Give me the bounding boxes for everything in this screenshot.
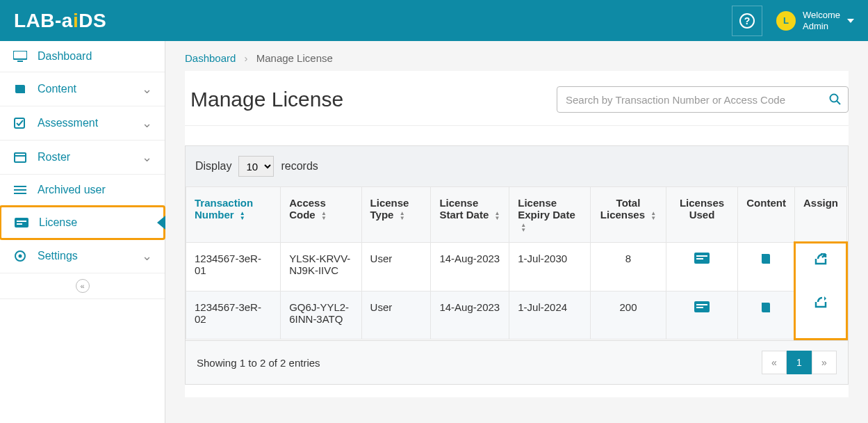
svg-rect-10 bbox=[17, 223, 22, 225]
sidebar-item-label: Assessment bbox=[38, 117, 98, 129]
cell-code: GQ6J-YYL2-6INN-3ATQ bbox=[281, 291, 361, 340]
card-icon bbox=[694, 253, 710, 264]
checkbox-icon bbox=[13, 118, 28, 129]
col-label: Access Code bbox=[289, 197, 326, 221]
breadcrumb-current: Manage License bbox=[256, 52, 333, 64]
sidebar-item-assessment[interactable]: Assessment ⌄ bbox=[0, 106, 165, 141]
welcome-label: Welcome bbox=[803, 10, 840, 21]
search-input[interactable] bbox=[557, 86, 849, 113]
user-label: Admin bbox=[803, 21, 840, 32]
pagination: « 1 » bbox=[762, 351, 837, 374]
user-menu[interactable]: L Welcome Admin bbox=[776, 10, 854, 31]
sidebar-item-label: Dashboard bbox=[38, 50, 92, 63]
sidebar-item-label: Archived user bbox=[38, 184, 106, 196]
svg-rect-9 bbox=[17, 221, 26, 222]
page-prev[interactable]: « bbox=[762, 351, 787, 374]
sort-icon: ▲▼ bbox=[650, 211, 656, 221]
col-expiry[interactable]: License Expiry Date ▲▼ bbox=[509, 187, 591, 243]
assign-button[interactable] bbox=[804, 253, 837, 291]
col-assign: Assign bbox=[794, 187, 846, 243]
col-total[interactable]: Total Licenses ▲▼ bbox=[591, 187, 666, 243]
col-label: Assign bbox=[803, 197, 838, 209]
sidebar-item-roster[interactable]: Roster ⌄ bbox=[0, 141, 165, 175]
sidebar-item-label: License bbox=[39, 216, 77, 229]
svg-line-14 bbox=[837, 101, 840, 104]
svg-rect-17 bbox=[696, 258, 703, 260]
svg-point-12 bbox=[19, 255, 22, 258]
chevron-down-icon: ⌄ bbox=[142, 81, 152, 97]
cell-code: YLSK-KRVV-NJ9K-IIVC bbox=[281, 243, 361, 292]
chevron-down-icon: ⌄ bbox=[142, 248, 152, 264]
book-icon bbox=[760, 253, 772, 265]
breadcrumb-root[interactable]: Dashboard bbox=[185, 52, 236, 64]
assign-button[interactable] bbox=[804, 291, 837, 328]
cell-txn: 1234567-3eR-02 bbox=[186, 291, 281, 340]
col-label: License Start Date bbox=[439, 197, 489, 221]
page-title: Manage License bbox=[190, 88, 343, 111]
col-label: Licenses Used bbox=[680, 197, 724, 221]
col-label: Content bbox=[746, 197, 786, 209]
book-icon bbox=[13, 83, 28, 95]
calendar-icon bbox=[13, 152, 28, 163]
license-table: Transaction Number ▲▼ Access Code ▲▼ Lic… bbox=[186, 186, 848, 340]
card-icon bbox=[14, 218, 29, 228]
chevron-down-icon: ⌄ bbox=[142, 115, 152, 131]
col-used: Licenses Used bbox=[666, 187, 738, 243]
sidebar-item-license[interactable]: License bbox=[0, 205, 165, 240]
sort-icon: ▲▼ bbox=[400, 211, 405, 221]
cell-content[interactable] bbox=[738, 243, 795, 292]
svg-rect-19 bbox=[696, 304, 707, 305]
collapse-button[interactable]: « bbox=[0, 273, 165, 299]
sidebar-item-label: Roster bbox=[38, 151, 70, 163]
header: LAB-aiDS ? L Welcome Admin bbox=[0, 0, 868, 41]
help-button[interactable]: ? bbox=[732, 6, 762, 36]
logo-dot: i bbox=[73, 10, 79, 31]
sort-icon: ▲▼ bbox=[521, 223, 526, 232]
cell-used[interactable] bbox=[666, 243, 738, 292]
cell-type: User bbox=[361, 291, 431, 340]
help-icon: ? bbox=[739, 13, 755, 29]
svg-point-13 bbox=[830, 95, 838, 102]
monitor-icon bbox=[13, 51, 28, 62]
col-start[interactable]: License Start Date ▲▼ bbox=[431, 187, 509, 243]
sidebar-item-content[interactable]: Content ⌄ bbox=[0, 72, 165, 106]
sidebar-item-archived[interactable]: Archived user bbox=[0, 175, 165, 206]
breadcrumb-sep: › bbox=[245, 52, 248, 64]
col-label: License Expiry Date bbox=[518, 197, 575, 221]
sidebar-item-label: Settings bbox=[38, 250, 78, 262]
list-icon bbox=[13, 185, 28, 195]
sort-icon: ▲▼ bbox=[240, 211, 245, 221]
display-label-post: records bbox=[281, 160, 318, 173]
chevron-left-icon: « bbox=[76, 279, 90, 293]
cell-total: 8 bbox=[591, 243, 666, 292]
sort-icon: ▲▼ bbox=[321, 211, 327, 221]
cell-txn: 1234567-3eR-01 bbox=[186, 243, 281, 292]
col-label: Total Licenses bbox=[600, 197, 645, 221]
card-icon bbox=[694, 301, 710, 312]
col-code[interactable]: Access Code ▲▼ bbox=[281, 187, 361, 243]
display-select[interactable]: 10 bbox=[238, 156, 274, 177]
col-txn[interactable]: Transaction Number ▲▼ bbox=[186, 187, 281, 243]
logo-text-pre: LAB-a bbox=[14, 10, 73, 31]
display-label-pre: Display bbox=[195, 160, 231, 173]
page-next[interactable]: » bbox=[812, 351, 837, 374]
cell-expiry: 1-Jul-2030 bbox=[509, 243, 591, 292]
book-icon bbox=[760, 301, 772, 314]
sidebar-item-dashboard[interactable]: Dashboard bbox=[0, 41, 165, 72]
avatar: L bbox=[776, 11, 796, 31]
col-content: Content bbox=[738, 187, 795, 243]
gear-icon bbox=[13, 250, 28, 262]
logo-text-post: DS bbox=[79, 10, 106, 31]
cell-used[interactable] bbox=[666, 291, 738, 340]
cell-content[interactable] bbox=[738, 291, 795, 340]
cell-start: 14-Aug-2023 bbox=[431, 291, 509, 340]
content-card: Manage License Display 10 records T bbox=[185, 71, 849, 397]
sidebar-item-settings[interactable]: Settings ⌄ bbox=[0, 239, 165, 273]
svg-rect-3 bbox=[15, 153, 26, 162]
col-type[interactable]: License Type ▲▼ bbox=[361, 187, 431, 243]
page-1[interactable]: 1 bbox=[787, 351, 812, 374]
search-icon[interactable] bbox=[829, 93, 842, 106]
table-wrap: Display 10 records Transaction Number ▲▼… bbox=[185, 145, 849, 385]
svg-rect-0 bbox=[13, 51, 27, 59]
chevron-down-icon: ⌄ bbox=[142, 150, 152, 165]
